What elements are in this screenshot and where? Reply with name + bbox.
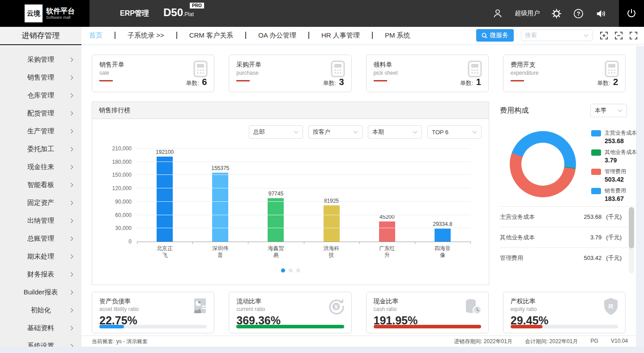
nav-tab-1[interactable]: 首页 <box>89 31 102 40</box>
zoom-out-icon[interactable] <box>614 31 623 40</box>
count-value: 2 <box>613 77 618 87</box>
legend-label: 其他业务成本 <box>605 149 637 156</box>
gear-icon[interactable] <box>551 9 562 19</box>
sidebar-item-label: Builder报表 <box>24 288 58 297</box>
zoom-in-icon[interactable] <box>600 31 608 40</box>
sidebar-item-11[interactable]: 总账管理 <box>0 230 81 247</box>
expense-row-3: 管理费用 503.42(千元) <box>500 247 636 268</box>
expense-row-value: 253.68 <box>584 213 602 220</box>
nav-tab-5[interactable]: HR 人事管理 <box>321 31 360 40</box>
chevron-down-icon <box>413 131 418 134</box>
sidebar-item-9[interactable]: 固定资产 <box>0 194 81 212</box>
stat-cards-row: 销售开单 sale 单数:6采购开单 purchase 单数:3领料单 pick… <box>92 55 626 92</box>
sidebar-item-10[interactable]: 出纳管理 <box>0 212 81 230</box>
sidebar-item-14[interactable]: Builder报表 <box>0 283 81 301</box>
chevron-down-icon <box>353 131 358 134</box>
calculator-icon <box>605 60 619 77</box>
pagination-dot-2[interactable] <box>289 268 293 272</box>
chevron-right-icon <box>69 254 73 259</box>
nav-tab-3[interactable]: CRM 客户关系 <box>189 31 233 40</box>
sidebar-item-6[interactable]: 委托加工 <box>0 140 81 158</box>
sidebar-item-7[interactable]: 现金往来 <box>0 158 81 176</box>
x-axis-category-label: 北京正飞 <box>154 245 175 259</box>
chevron-right-icon <box>69 75 73 80</box>
bar <box>212 173 228 242</box>
sidebar-item-label: 出纳管理 <box>27 217 54 225</box>
db-label: PG <box>591 338 598 345</box>
expense-row-unit: (千元) <box>606 213 622 220</box>
expense-scrollbar-thumb[interactable] <box>629 207 634 248</box>
pagination-dot-1[interactable] <box>281 268 285 272</box>
fullscreen-icon[interactable] <box>629 31 638 40</box>
svg-text:R: R <box>609 302 614 310</box>
stat-card-4: 费用开支 expenditure 单数:2 <box>503 55 626 92</box>
calculator-icon <box>331 60 345 77</box>
power-button[interactable] <box>619 0 644 27</box>
donut-hole <box>521 143 564 186</box>
sidebar-item-3[interactable]: 仓库管理 <box>0 86 81 104</box>
progress-fill <box>374 325 481 328</box>
chart-filter-select-1[interactable]: 总部 <box>249 125 303 139</box>
legend-item-1: 主营业务成本 253.68 <box>591 129 637 145</box>
count-label: 单数: <box>597 80 610 86</box>
stat-card-subtitle: pick sheet <box>374 70 481 76</box>
sidebar-item-2[interactable]: 销售管理 <box>0 68 81 86</box>
sidebar-item-16[interactable]: 基础资料 <box>0 319 81 337</box>
sidebar-item-13[interactable]: 财务报表 <box>0 265 81 283</box>
page-scrollbar[interactable] <box>636 46 644 347</box>
chevron-right-icon <box>69 200 73 205</box>
y-axis-label: 180,000 <box>100 159 132 165</box>
gridline <box>137 215 470 215</box>
x-axis-category-label: 洪海科技 <box>321 245 342 259</box>
user-icon[interactable] <box>492 8 503 19</box>
sidebar-item-12[interactable]: 期末处理 <box>0 247 81 265</box>
chart-controls: 总部按客户本期TOP 6 <box>249 125 482 139</box>
expense-row-label: 主营业务成本 <box>500 213 535 221</box>
sidebar-item-5[interactable]: 生产管理 <box>0 122 81 140</box>
bar <box>157 157 173 242</box>
x-axis-tick <box>359 242 360 244</box>
count-value: 3 <box>339 77 344 87</box>
module-tab-title[interactable]: 进销存管理 <box>0 27 81 45</box>
expense-row-unit: (千元) <box>606 234 622 241</box>
expense-donut-chart <box>510 131 576 197</box>
chart-filter-select-2[interactable]: 按客户 <box>308 125 363 139</box>
nav-tab-6[interactable]: PM 系统 <box>385 31 410 40</box>
nav-divider <box>372 32 373 39</box>
sidebar-item-15[interactable]: 初始化 <box>0 301 81 319</box>
sidebar-item-8[interactable]: 智能看板 <box>0 176 81 194</box>
legend-value: 183.67 <box>605 195 637 202</box>
user-name[interactable]: 超级用户 <box>515 9 540 17</box>
legend-label: 销售费用 <box>605 187 626 195</box>
nav-tab-4[interactable]: OA 办公管理 <box>258 31 296 40</box>
speaker-icon[interactable] <box>595 9 606 19</box>
pagination-dot-3[interactable] <box>296 268 300 272</box>
sidebar-item-4[interactable]: 配货管理 <box>0 104 81 122</box>
expense-period-select[interactable]: 本季 <box>590 104 627 117</box>
gridline <box>137 162 470 162</box>
select-value: TOP 6 <box>432 129 448 136</box>
legend-value: 253.68 <box>605 137 637 145</box>
nav-divider <box>115 32 115 39</box>
current-account: 当前账套: ys - 演示账套 <box>92 338 148 345</box>
chevron-right-icon <box>69 272 73 276</box>
sidebar-item-1[interactable]: 采购管理 <box>0 51 81 68</box>
chart-filter-select-4[interactable]: TOP 6 <box>427 125 482 139</box>
chart-pagination-dots <box>92 268 489 272</box>
x-axis-category: 四海音像 <box>415 245 470 259</box>
nav-divider <box>308 32 309 39</box>
chart-filter-select-3[interactable]: 本期 <box>368 125 422 139</box>
help-icon[interactable]: ? <box>573 9 584 19</box>
sidebar-item-label: 委托加工 <box>27 145 54 153</box>
chevron-right-icon <box>69 236 73 241</box>
chevron-right-icon <box>69 111 73 115</box>
bar-value-label: 97745 <box>269 191 283 197</box>
progress-track <box>374 325 481 328</box>
micro-service-button[interactable]: 微服务 <box>476 29 514 42</box>
bar-chart-xlabels: 北京正飞深圳伟普海鑫贸易洪海科技广东红升四海音像 <box>137 245 470 259</box>
search-input[interactable]: 搜索 <box>521 30 593 41</box>
chevron-right-icon <box>69 57 73 62</box>
nav-tab-2[interactable]: 子系统录 >> <box>128 31 164 40</box>
sidebar-item-label: 仓库管理 <box>27 91 54 100</box>
chevron-down-icon <box>584 34 589 37</box>
